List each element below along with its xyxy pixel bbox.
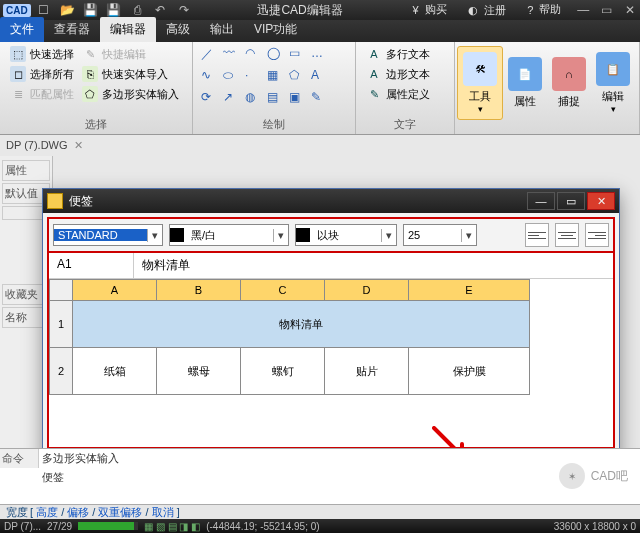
props-button[interactable]: 📄属性: [503, 47, 547, 119]
border-text[interactable]: A边形文本: [362, 64, 448, 84]
paint-icon[interactable]: ✎: [311, 90, 331, 110]
ray-icon[interactable]: ↗: [223, 90, 243, 110]
group-text-label: 文字: [362, 115, 448, 132]
ellipse-icon[interactable]: ⬭: [223, 68, 243, 88]
bottom-file: DP (7)...: [4, 521, 41, 532]
more-icon[interactable]: …: [311, 46, 331, 66]
open-icon[interactable]: 📂: [59, 2, 75, 18]
polyline-icon[interactable]: 〰: [223, 46, 243, 66]
command-line2: 便签: [36, 468, 640, 487]
tab-output[interactable]: 输出: [200, 17, 244, 42]
redo-icon[interactable]: ↷: [176, 2, 192, 18]
save-icon[interactable]: 💾: [82, 2, 98, 18]
cell-title[interactable]: 物料清单: [73, 301, 530, 348]
polygon-icon[interactable]: ⬠: [289, 68, 309, 88]
group-draw-label: 绘制: [199, 115, 349, 132]
panel-props[interactable]: 属性: [2, 160, 50, 181]
sheet: A1 物料清单 A B C D E 1物料清单 2 纸箱 螺母: [47, 253, 615, 449]
status-bar: 宽度 [ 高度 / 偏移 / 双重偏移 / 取消 ]: [0, 504, 640, 519]
table[interactable]: A B C D E 1物料清单 2 纸箱 螺母 螺钉 贴片 保护膜: [49, 279, 613, 395]
num-combo[interactable]: 25▾: [403, 224, 477, 246]
dialog-title: 便签: [69, 193, 525, 210]
cell-reference[interactable]: A1: [49, 253, 134, 278]
row-1[interactable]: 1: [50, 301, 73, 348]
file-close-icon[interactable]: ✕: [74, 139, 83, 152]
dialog-close-icon[interactable]: ✕: [587, 192, 615, 210]
cell-C2[interactable]: 螺钉: [241, 348, 325, 395]
text-icon[interactable]: A: [311, 68, 331, 88]
col-D[interactable]: D: [325, 280, 409, 301]
donut-icon[interactable]: ◍: [245, 90, 265, 110]
select-all[interactable]: ◻选择所有: [6, 64, 78, 84]
multiline-text[interactable]: A多行文本: [362, 44, 448, 64]
col-B[interactable]: B: [157, 280, 241, 301]
stat-width: 宽度: [6, 505, 28, 520]
color-combo[interactable]: 黑/白▾: [169, 224, 289, 246]
quick-select[interactable]: ⬚快速选择: [6, 44, 78, 64]
command-label: 命令: [0, 449, 39, 468]
register-link[interactable]: ◐ 注册: [468, 3, 512, 18]
row-2[interactable]: 2: [50, 348, 73, 395]
tab-viewer[interactable]: 查看器: [44, 17, 100, 42]
help-link[interactable]: ? 帮助: [527, 2, 567, 17]
col-A[interactable]: A: [73, 280, 157, 301]
align-center-icon[interactable]: [555, 223, 579, 247]
spline-icon[interactable]: ∿: [201, 68, 221, 88]
progress-bar: [78, 522, 138, 530]
file-tab[interactable]: DP (7).DWG✕: [0, 135, 640, 155]
stat-offset[interactable]: 偏移: [67, 506, 89, 518]
bottom-bar: DP (7)... 27/29 ▦ ▧ ▤ ◨ ◧ (-44844.19; -5…: [0, 519, 640, 533]
cell-value[interactable]: 物料清单: [134, 253, 613, 278]
watermark: ✶ CAD吧: [559, 463, 628, 489]
entity-import[interactable]: ⎘快速实体导入: [78, 64, 172, 84]
maximize-icon[interactable]: ▭: [597, 3, 617, 17]
image-icon[interactable]: ▤: [267, 90, 287, 110]
tab-editor[interactable]: 编辑器: [100, 17, 156, 42]
cell-D2[interactable]: 贴片: [325, 348, 409, 395]
hatch-icon[interactable]: ▦: [267, 68, 287, 88]
group-select-label: 选择: [6, 115, 186, 132]
col-C[interactable]: C: [241, 280, 325, 301]
align-right-icon[interactable]: [585, 223, 609, 247]
tab-file[interactable]: 文件: [0, 17, 44, 42]
point-icon[interactable]: ∙: [245, 68, 265, 88]
block-icon[interactable]: ▣: [289, 90, 309, 110]
align-left-icon[interactable]: [525, 223, 549, 247]
buy-link[interactable]: ¥ 购买: [412, 2, 452, 17]
close-icon[interactable]: ✕: [620, 3, 640, 17]
tab-advanced[interactable]: 高级: [156, 17, 200, 42]
tab-vip[interactable]: VIP功能: [244, 17, 307, 42]
stat-height[interactable]: 高度: [36, 506, 58, 518]
saveall-icon[interactable]: 💾: [106, 2, 122, 18]
menu-bar: 文件 查看器 编辑器 高级 输出 VIP功能: [0, 20, 640, 42]
dialog-max-icon[interactable]: ▭: [557, 192, 585, 210]
stat-double[interactable]: 双重偏移: [98, 506, 142, 518]
tools-button[interactable]: 🛠工具▾: [457, 46, 503, 120]
minimize-icon[interactable]: —: [573, 3, 593, 17]
rect-icon[interactable]: ▭: [289, 46, 309, 66]
polygon-input[interactable]: ⬠多边形实体输入: [78, 84, 183, 104]
edit-button[interactable]: 📋编辑▾: [591, 47, 635, 119]
col-E[interactable]: E: [409, 280, 530, 301]
circle-icon[interactable]: ◯: [267, 46, 287, 66]
block-combo[interactable]: 以块▾: [295, 224, 397, 246]
stat-cancel[interactable]: 取消: [152, 506, 174, 518]
line-icon[interactable]: ／: [201, 46, 221, 66]
app-badge: CAD: [3, 4, 31, 17]
attr-def[interactable]: ✎属性定义: [362, 84, 448, 104]
note-icon: [47, 193, 63, 209]
cell-A2[interactable]: 纸箱: [73, 348, 157, 395]
undo-icon[interactable]: ↶: [152, 2, 168, 18]
cell-E2[interactable]: 保护膜: [409, 348, 530, 395]
swatch-icon: [170, 228, 184, 242]
dialog-min-icon[interactable]: —: [527, 192, 555, 210]
rev-icon[interactable]: ⟳: [201, 90, 221, 110]
cell-B2[interactable]: 螺母: [157, 348, 241, 395]
arc-icon[interactable]: ◠: [245, 46, 265, 66]
quick-edit: ✎快捷编辑: [78, 44, 150, 64]
swatch2-icon: [296, 228, 310, 242]
style-combo[interactable]: STANDARD▾: [53, 224, 163, 246]
new-icon[interactable]: ☐: [36, 2, 52, 18]
print-icon[interactable]: ⎙: [129, 2, 145, 18]
capture-button[interactable]: ∩捕捉: [547, 47, 591, 119]
